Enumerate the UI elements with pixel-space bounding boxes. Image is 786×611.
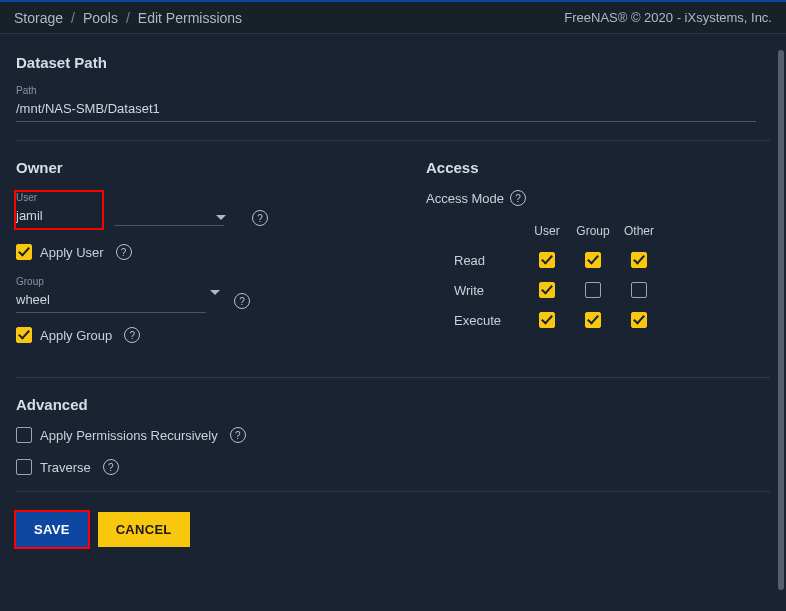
section-divider (16, 140, 770, 141)
group-select[interactable] (16, 289, 206, 313)
group-label: Group (16, 276, 206, 287)
perm-write-group[interactable] (585, 282, 601, 298)
apply-recursive-label: Apply Permissions Recursively (40, 428, 218, 443)
breadcrumb-storage[interactable]: Storage (14, 10, 63, 26)
access-title: Access (426, 159, 770, 176)
apply-group-checkbox[interactable] (16, 327, 32, 343)
section-divider (16, 377, 770, 378)
cancel-button[interactable]: CANCEL (98, 512, 190, 547)
perm-col-other: Other (616, 224, 662, 238)
breadcrumb-pools[interactable]: Pools (83, 10, 118, 26)
perm-row-write: Write (454, 283, 524, 298)
access-mode-label: Access Mode (426, 191, 504, 206)
user-label: User (16, 192, 96, 203)
chevron-down-icon[interactable] (210, 290, 220, 295)
advanced-title: Advanced (16, 396, 770, 413)
help-icon[interactable] (103, 459, 119, 475)
traverse-checkbox[interactable] (16, 459, 32, 475)
help-icon[interactable] (230, 427, 246, 443)
scrollbar[interactable] (778, 50, 784, 590)
perm-read-group[interactable] (585, 252, 601, 268)
user-field-highlight: User (14, 190, 104, 230)
breadcrumb-sep: / (71, 10, 75, 26)
chevron-down-icon[interactable] (216, 215, 226, 220)
perm-row-execute: Execute (454, 313, 524, 328)
perm-col-user: User (524, 224, 570, 238)
save-button[interactable]: SAVE (16, 512, 88, 547)
apply-group-label: Apply Group (40, 328, 112, 343)
section-divider (16, 491, 770, 492)
top-bar: Storage / Pools / Edit Permissions FreeN… (0, 0, 786, 34)
perm-read-user[interactable] (539, 252, 555, 268)
breadcrumb: Storage / Pools / Edit Permissions (14, 10, 242, 26)
perm-execute-other[interactable] (631, 312, 647, 328)
dataset-path-title: Dataset Path (16, 54, 770, 71)
help-icon[interactable] (124, 327, 140, 343)
apply-recursive-checkbox[interactable] (16, 427, 32, 443)
user-select[interactable] (16, 205, 96, 228)
main-content: Dataset Path Path Owner User (0, 34, 786, 611)
breadcrumb-edit-permissions: Edit Permissions (138, 10, 242, 26)
perm-execute-user[interactable] (539, 312, 555, 328)
path-input[interactable] (16, 98, 756, 122)
help-icon[interactable] (116, 244, 132, 260)
apply-user-checkbox[interactable] (16, 244, 32, 260)
perm-execute-group[interactable] (585, 312, 601, 328)
perm-row-read: Read (454, 253, 524, 268)
traverse-label: Traverse (40, 460, 91, 475)
path-label: Path (16, 85, 756, 96)
copyright-text: FreeNAS® © 2020 - iXsystems, Inc. (564, 10, 772, 25)
help-icon[interactable] (252, 210, 268, 226)
perm-read-other[interactable] (631, 252, 647, 268)
owner-title: Owner (16, 159, 386, 176)
breadcrumb-sep: / (126, 10, 130, 26)
help-icon[interactable] (510, 190, 526, 206)
perm-col-group: Group (570, 224, 616, 238)
perm-write-user[interactable] (539, 282, 555, 298)
permission-grid: User Group Other Read Write Execute (454, 224, 770, 328)
perm-write-other[interactable] (631, 282, 647, 298)
apply-user-label: Apply User (40, 245, 104, 260)
help-icon[interactable] (234, 293, 250, 309)
